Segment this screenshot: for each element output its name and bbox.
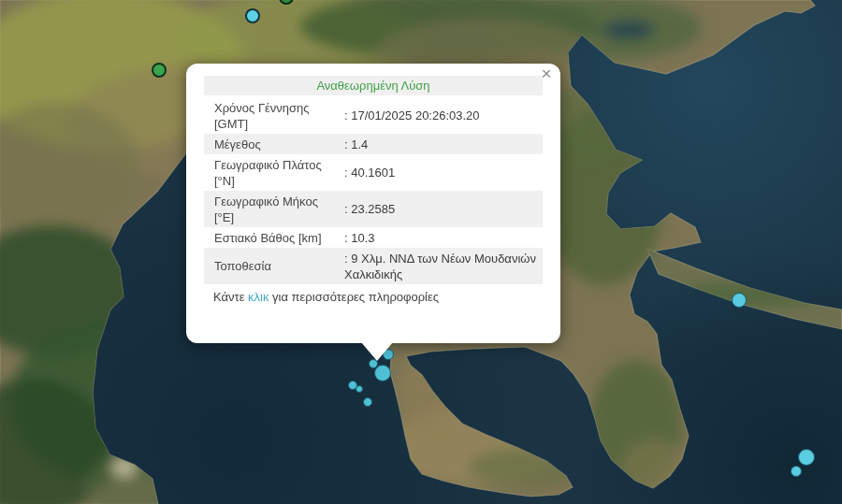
table-row: Μέγεθος: 1.4: [204, 134, 543, 154]
earthquake-marker[interactable]: [374, 365, 391, 382]
earthquake-info-popup: × Αναθεωρημένη Λύση Χρόνος Γέννησης [GMT…: [186, 64, 560, 343]
earthquake-marker[interactable]: [791, 466, 802, 477]
table-row: Γεωγραφικό Πλάτος [°N]: 40.1601: [204, 154, 543, 191]
row-label: Τοποθεσία: [204, 258, 344, 274]
footer-text-prefix: Κάντε: [213, 290, 248, 304]
close-icon[interactable]: ×: [538, 65, 555, 82]
earthquake-marker[interactable]: [356, 385, 363, 393]
row-value: : 10.3: [344, 230, 543, 246]
row-value: : 17/01/2025 20:26:03.20: [344, 108, 543, 123]
earthquake-marker[interactable]: [798, 449, 815, 466]
earthquake-marker[interactable]: [245, 8, 260, 23]
earthquake-map-app: × Αναθεωρημένη Λύση Χρόνος Γέννησης [GMT…: [0, 0, 842, 504]
row-value: : 9 Χλμ. ΝΝΔ των Νέων Μουδανιών Χαλκιδικ…: [344, 251, 543, 282]
row-label: Γεωγραφικό Πλάτος [°N]: [204, 157, 344, 189]
earthquake-marker[interactable]: [363, 397, 372, 407]
footer-text-suffix: για περισσότερες πληροφορίες: [269, 290, 439, 304]
earthquake-marker[interactable]: [152, 63, 167, 78]
table-row: Χρόνος Γέννησης [GMT]: 17/01/2025 20:26:…: [204, 97, 543, 134]
row-label: Εστιακό Βάθος [km]: [204, 230, 344, 246]
earthquake-marker[interactable]: [732, 293, 747, 308]
popup-table: Χρόνος Γέννησης [GMT]: 17/01/2025 20:26:…: [204, 97, 543, 284]
row-value: : 40.1601: [344, 165, 543, 180]
popup-tail: [361, 342, 393, 361]
row-value: : 23.2585: [344, 201, 543, 217]
more-info-link[interactable]: κλικ: [248, 290, 269, 304]
row-label: Χρόνος Γέννησης [GMT]: [204, 100, 344, 132]
table-row: Εστιακό Βάθος [km]: 10.3: [204, 227, 543, 248]
row-label: Γεωγραφικό Μήκος [°E]: [204, 194, 344, 225]
popup-title: Αναθεωρημένη Λύση: [204, 76, 543, 95]
row-value: : 1.4: [344, 137, 543, 152]
table-row: Τοποθεσία: 9 Χλμ. ΝΝΔ των Νέων Μουδανιών…: [204, 248, 543, 284]
popup-footer: Κάντε κλικ για περισσότερες πληροφορίες: [204, 289, 543, 305]
row-label: Μέγεθος: [204, 137, 344, 152]
table-row: Γεωγραφικό Μήκος [°E]: 23.2585: [204, 191, 543, 227]
